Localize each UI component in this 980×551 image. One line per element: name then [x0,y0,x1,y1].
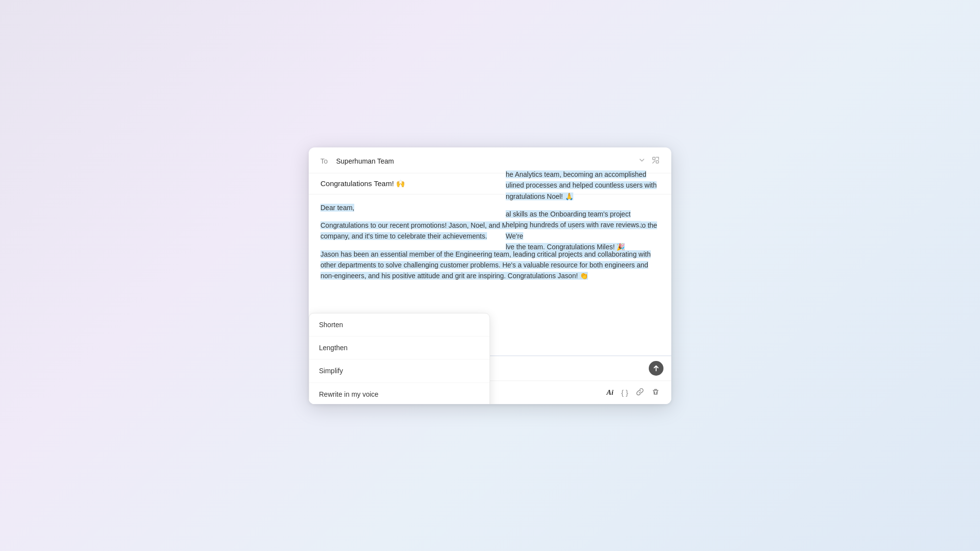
ai-option-simplify[interactable]: Simplify [309,359,490,383]
svg-rect-0 [653,157,655,160]
header-icons [638,156,660,166]
delete-icon[interactable] [652,388,660,397]
svg-rect-1 [656,161,659,163]
ai-option-rewrite[interactable]: Rewrite in my voice [309,383,490,404]
ai-option-lengthen[interactable]: Lengthen [309,336,490,359]
to-recipient[interactable]: Superhuman Team [336,157,632,165]
code-icon[interactable]: { } [621,388,628,397]
to-label: To [320,157,330,165]
toolbar-right: Ai { } [607,388,660,397]
ai-button[interactable]: Ai [607,388,613,397]
compose-body[interactable]: Dear team, Congratulations to our recent… [309,194,671,381]
paragraph-3: Jason has been an essential member of th… [320,249,660,282]
compose-window: To Superhuman Team Congratulations Team!… [309,147,671,404]
expand-icon[interactable] [652,156,660,166]
ai-dropdown: Shorten Lengthen Simplify Rewrite in my … [309,313,490,404]
selected-para4: he Analytics team, becoming an accomplis… [506,170,657,200]
ai-submit-button[interactable] [649,361,663,376]
paragraph-4: he Analytics team, becoming an accomplis… [502,169,660,202]
link-icon[interactable] [636,388,644,397]
chevron-down-icon[interactable] [638,156,646,166]
selected-para5: al skills as the Onboarding team's proje… [506,210,641,251]
selected-para3: Jason has been an essential member of th… [320,250,651,280]
ai-option-shorten[interactable]: Shorten [309,313,490,336]
selected-greeting: Dear team, [320,204,354,212]
